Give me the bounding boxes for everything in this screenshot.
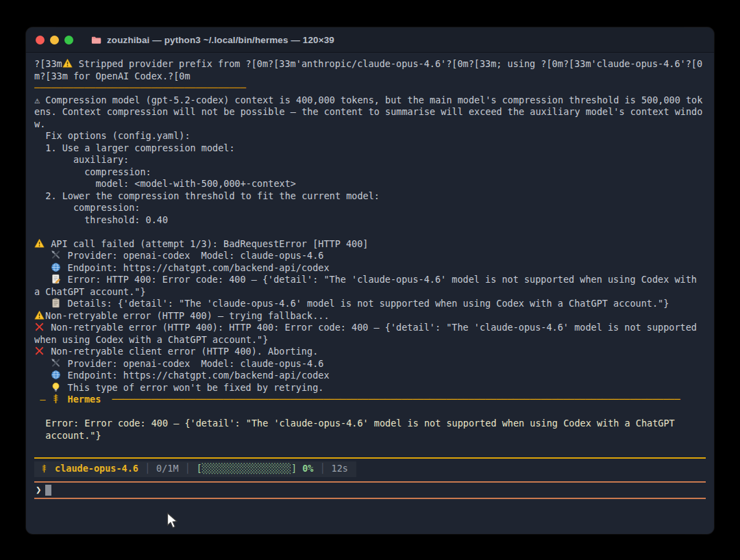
status-progress-bar: [░░░░░░░░░░░░░░░░] 0% [197, 463, 314, 475]
terminal-text: Non-retryable error (HTTP 400): HTTP 400… [45, 322, 697, 333]
status-pill: claude-opus-4.6 │ 0/1M │ [░░░░░░░░░░░░░░… [34, 461, 356, 477]
status-separator: │ [319, 463, 325, 475]
terminal-text: Endpoint: https://chatgpt.com/backend-ap… [62, 370, 329, 381]
terminal-text [34, 262, 51, 273]
terminal-line: Non-retryable error (HTTP 400) — trying … [34, 310, 706, 322]
status-separator: │ [185, 463, 190, 475]
terminal-line: This type of error won't be fixed by ret… [34, 382, 706, 394]
terminal-text [34, 382, 51, 393]
terminal-text: threshold: 0.40 [34, 214, 168, 225]
terminal-line: m?[33m for OpenAI Codex.?[0m [34, 71, 706, 83]
globe-icon [51, 262, 62, 272]
terminal-line: Endpoint: https://chatgpt.com/backend-ap… [34, 262, 706, 275]
status-progress-percent: 0% [302, 463, 313, 474]
warning-icon [34, 238, 45, 249]
terminal-text: m?[33m for OpenAI Codex.?[0m [34, 71, 190, 81]
warning-icon [62, 58, 73, 68]
terminal-line: Details: {'detail': "The 'claude-opus-4.… [34, 298, 706, 310]
terminal-text [34, 274, 51, 285]
terminal-text: w. [34, 118, 45, 129]
terminal-text: Hermes [68, 394, 101, 405]
window-title: zouzhibai — python3 ~/.local/bin/hermes … [107, 35, 334, 45]
status-model-name: claude-opus-4.6 [55, 463, 138, 475]
terminal-text: ?[33m [34, 58, 62, 69]
hermes-icon [40, 463, 49, 474]
prompt-input-row[interactable]: ❯ [34, 483, 706, 498]
terminal-line: Fix options (config.yaml): [34, 130, 706, 142]
terminal-text [62, 394, 67, 405]
terminal-text [34, 358, 51, 369]
title-bar[interactable]: zouzhibai — python3 ~/.local/bin/hermes … [26, 27, 714, 53]
cross-icon [34, 322, 45, 332]
minimize-button[interactable] [50, 36, 59, 44]
terminal-text: Error: Error code: 400 — {'detail': "The… [34, 418, 675, 429]
terminal-text [34, 250, 51, 261]
terminal-text [34, 298, 51, 309]
terminal-line: threshold: 0.40 [34, 214, 706, 227]
terminal-line: 1. Use a larger compression model: [34, 142, 706, 155]
terminal-text [101, 394, 112, 405]
terminal-text: — [34, 394, 51, 405]
terminal-output: ?[33m Stripped provider prefix from ?[0m… [34, 58, 706, 454]
text-cursor [45, 485, 51, 496]
terminal-text: Error: HTTP 400: Error code: 400 — {'det… [62, 274, 697, 285]
cross-icon [34, 346, 45, 356]
globe-icon [51, 370, 62, 380]
terminal-line: Non-retryable client error (HTTP 400). A… [34, 346, 706, 358]
status-divider-top [34, 457, 706, 459]
terminal-line: ────────────────────────────────────── [34, 82, 706, 94]
terminal-line: ⚠ Compression model (gpt-5.2-codex) cont… [34, 94, 706, 107]
terminal-text: model: <model-with-500,000+-context> [34, 178, 296, 189]
terminal-text: when using Codex with a ChatGPT account.… [34, 334, 268, 345]
status-elapsed-time: 12s [332, 463, 348, 475]
terminal-text: Fix options (config.yaml): [34, 130, 190, 141]
window-controls [36, 36, 73, 44]
terminal-line: account."} [34, 430, 706, 442]
terminal-text: Endpoint: https://chatgpt.com/backend-ap… [62, 262, 329, 273]
terminal-text: Non-retryable client error (HTTP 400). A… [45, 346, 318, 357]
terminal-text [34, 370, 51, 381]
memo-icon [51, 274, 62, 284]
terminal-line: a ChatGPT account."} [34, 286, 706, 298]
terminal-line: Provider: openai-codex Model: claude-opu… [34, 250, 706, 262]
terminal-line: w. [34, 118, 706, 131]
terminal-line: model: <model-with-500,000+-context> [34, 178, 706, 190]
terminal-line: when using Codex with a ChatGPT account.… [34, 334, 706, 346]
terminal-text: API call failed (attempt 1/3): BadReques… [45, 238, 368, 249]
terminal-text: ────────────────────────────────────── [34, 82, 246, 93]
terminal-window: zouzhibai — python3 ~/.local/bin/hermes … [26, 27, 714, 534]
terminal-line: compression: [34, 166, 706, 179]
terminal-line: — Hermes ───────────────────────────────… [34, 394, 706, 406]
terminal-line: Error: Error code: 400 — {'detail': "The… [34, 418, 706, 430]
terminal-line: compression: [34, 202, 706, 214]
terminal-text: compression: [34, 202, 140, 213]
terminal-text: a ChatGPT account."} [34, 286, 146, 297]
terminal-text: account."} [34, 430, 101, 441]
terminal-text: This type of error won't be fixed by ret… [62, 382, 323, 393]
terminal-line: Non-retryable error (HTTP 400): HTTP 400… [34, 322, 706, 334]
fullscreen-button[interactable] [64, 36, 73, 44]
tools-icon [51, 250, 62, 260]
terminal-line: API call failed (attempt 1/3): BadReques… [34, 238, 706, 251]
terminal-text: compression: [34, 166, 151, 177]
prompt-divider-bottom [34, 498, 706, 499]
terminal-text: Stripped provider prefix from ?[0m?[33m'… [73, 58, 702, 69]
terminal-line: auxiliary: [34, 154, 706, 166]
terminal-text: Provider: openai-codex Model: claude-opu… [62, 358, 323, 369]
terminal-line [34, 442, 706, 454]
terminal-line: Provider: openai-codex Model: claude-opu… [34, 358, 706, 370]
terminal-text: Details: {'detail': "The 'claude-opus-4.… [62, 298, 669, 309]
prompt-chevron: ❯ [36, 484, 41, 496]
hermes-icon [51, 394, 62, 404]
terminal-text: 1. Use a larger compression model: [34, 142, 235, 153]
terminal-text: ────────────────────────────────────────… [112, 394, 680, 405]
close-button[interactable] [36, 36, 45, 44]
status-separator: │ [145, 463, 150, 475]
status-context-usage: 0/1M [156, 463, 179, 475]
terminal-text: ⚠ Compression model (gpt-5.2-codex) cont… [34, 94, 702, 105]
terminal-screen[interactable]: ?[33m Stripped provider prefix from ?[0m… [26, 53, 714, 534]
terminal-text: 2. Lower the compression threshold to fi… [34, 190, 380, 201]
bulb-icon [51, 382, 62, 392]
warning-icon [34, 310, 45, 320]
terminal-line: ?[33m Stripped provider prefix from ?[0m… [34, 58, 706, 71]
